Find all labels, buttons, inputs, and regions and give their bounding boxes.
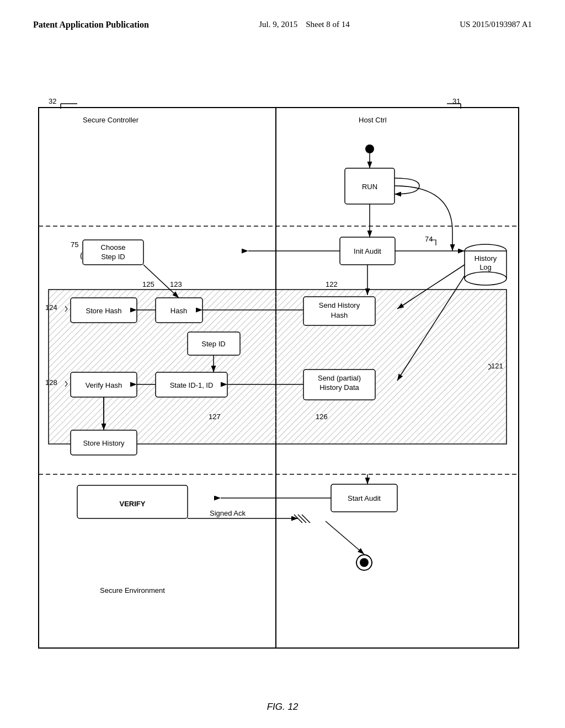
secure-controller-label: Secure Controller [83, 116, 139, 124]
history-log-label2: Log [479, 263, 492, 271]
svg-line-28 [326, 521, 364, 554]
history-log-label1: History [475, 254, 497, 263]
hash-label: Hash [170, 307, 187, 315]
start-audit-label: Start Audit [348, 494, 381, 502]
verify-hash-label: Verify Hash [86, 381, 122, 389]
start-dot [365, 144, 374, 153]
svg-line-26 [298, 515, 306, 523]
num-125-label: 125 [142, 280, 154, 288]
num-74-label: 74 [425, 235, 433, 243]
num-127-label: 127 [209, 413, 221, 421]
num-75-label: 75 [71, 240, 78, 249]
signed-ack-label: Signed Ack [210, 509, 246, 517]
svg-line-27 [302, 515, 310, 523]
send-partial-label2: History Data [319, 383, 359, 392]
num-124-label: 124 [45, 303, 57, 312]
state-id-label: State ID-1, ID [170, 381, 214, 389]
store-history-label: Store History [83, 439, 125, 447]
end-inner-circle [360, 558, 369, 567]
store-hash-label: Store Hash [86, 307, 121, 315]
verify-label: VERIFY [120, 500, 146, 508]
num-128-label: 128 [45, 378, 57, 387]
sheet: Sheet 8 of 14 [306, 20, 350, 29]
num-126-label: 126 [316, 413, 328, 421]
diagram-area: 32 Secure Controller 31 Host Ctrl RUN 74… [33, 77, 530, 678]
send-history-hash-label1: Send History [319, 301, 360, 309]
step-id-label: Step ID [201, 340, 225, 348]
date: Jul. 9, 2015 [259, 20, 297, 29]
num-121-label: 121 [491, 362, 503, 370]
num-32-label: 32 [49, 97, 56, 105]
publication-label: Patent Application Publication [33, 20, 149, 30]
history-log-bottom [465, 272, 507, 285]
init-audit-label: Init Audit [354, 247, 381, 255]
send-history-hash-label2: Hash [331, 311, 348, 319]
run-label: RUN [362, 183, 377, 191]
num-122-label: 122 [326, 280, 338, 288]
page-header: Patent Application Publication Jul. 9, 2… [0, 0, 565, 30]
num-123-label: 123 [170, 280, 182, 288]
choose-step-id-label2: Step ID [101, 253, 125, 261]
host-ctrl-label: Host Ctrl [359, 116, 387, 124]
figure-caption: FIG. 12 [267, 702, 299, 713]
patent-number: US 2015/0193987 A1 [460, 20, 532, 29]
send-partial-label1: Send (partial) [318, 374, 361, 382]
choose-step-id-label1: Choose [101, 243, 126, 251]
secure-env-label: Secure Environment [100, 586, 165, 595]
date-sheet: Jul. 9, 2015 Sheet 8 of 14 [259, 20, 350, 29]
